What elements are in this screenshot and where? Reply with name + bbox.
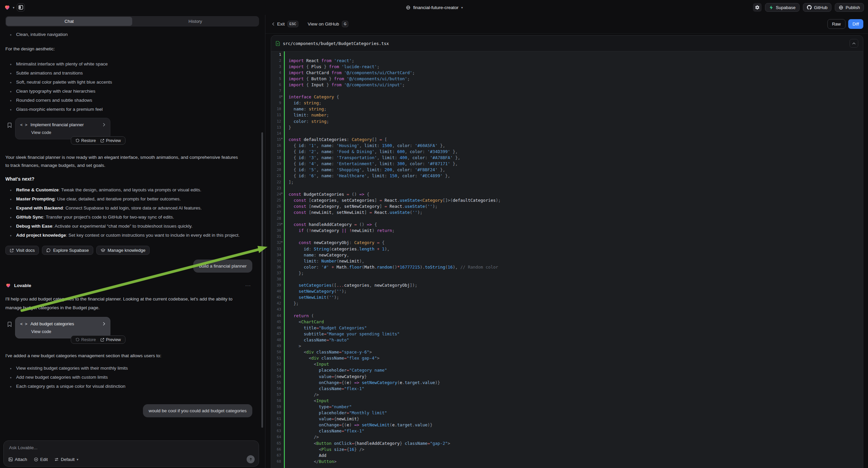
lovable-logo-heart-icon[interactable] bbox=[4, 4, 10, 10]
bookmark-icon[interactable] bbox=[7, 322, 12, 327]
code-line: 50 <div className="space-y-6"> bbox=[271, 349, 863, 355]
tab-history[interactable]: History bbox=[132, 17, 258, 26]
github-icon bbox=[807, 5, 812, 10]
preview-button[interactable]: Preview bbox=[100, 138, 121, 143]
mode-selector[interactable]: Default ▾ bbox=[54, 457, 78, 462]
file-header[interactable]: src/components/budget/BudgetCategories.t… bbox=[271, 36, 863, 51]
supabase-label: Supabase bbox=[776, 5, 796, 10]
mode-chevron-down-icon: ▾ bbox=[76, 458, 78, 461]
chevron-right-icon bbox=[103, 123, 105, 126]
exit-button[interactable]: Exit ESC bbox=[272, 21, 298, 27]
code-line: 3import { Plus } from 'lucide-react'; bbox=[271, 63, 863, 69]
chevron-up-icon bbox=[852, 42, 856, 45]
fold-caret-icon[interactable]: ▾ bbox=[281, 137, 284, 140]
code-line: 1 bbox=[271, 51, 863, 57]
code-line: 53 placeholder="Category name" bbox=[271, 367, 863, 373]
code-line: 36 color: '#' + Math.floor(Math.random()… bbox=[271, 264, 863, 270]
code-line: 58 <Input bbox=[271, 398, 863, 404]
code-editor[interactable]: 12import React from 'react';3import { Pl… bbox=[271, 51, 863, 468]
list-item: Clean, intuitive navigation bbox=[5, 32, 260, 38]
message-menu-icon[interactable]: ··· bbox=[245, 283, 251, 288]
diff-toggle-button[interactable]: Diff bbox=[848, 19, 863, 29]
chat-scroll-area[interactable]: Clean, intuitive navigation For the desi… bbox=[0, 30, 265, 438]
prompt-input[interactable]: Ask Lovable... bbox=[9, 445, 253, 450]
fold-caret-icon[interactable]: ▾ bbox=[281, 240, 284, 243]
attach-button[interactable]: Attach bbox=[8, 457, 27, 462]
code-line: 37 }; bbox=[271, 270, 863, 276]
edit-card-row: < > Add budget categories View code Rest… bbox=[7, 317, 260, 344]
code-line: 35 limit: Number(newLimit), bbox=[271, 258, 863, 264]
view-code-link[interactable]: View code bbox=[31, 130, 105, 135]
list-item: Master Prompting: Use clear, detailed, a… bbox=[5, 196, 260, 202]
code-line: 31 bbox=[271, 234, 863, 240]
view-on-github-button[interactable]: View on GitHub G bbox=[308, 21, 348, 27]
edit-card-row: < > Implement financial planner View cod… bbox=[7, 118, 260, 145]
list-item: GitHub Sync: Transfer your project's cod… bbox=[5, 214, 260, 220]
logo-chevron-down-icon[interactable]: ▾ bbox=[13, 6, 14, 9]
design-list: Minimalist interface with plenty of whit… bbox=[5, 61, 260, 113]
github-button[interactable]: GitHub bbox=[803, 3, 831, 12]
list-item: Refine & Customize: Tweak the design, an… bbox=[5, 187, 260, 193]
bookmark-icon[interactable] bbox=[7, 122, 12, 128]
collapse-file-button[interactable] bbox=[849, 39, 858, 48]
restore-label: Restore bbox=[81, 338, 96, 342]
code-line: 68 </Button> bbox=[271, 458, 863, 464]
chat-bubble-icon bbox=[46, 248, 51, 253]
settings-button[interactable] bbox=[753, 3, 762, 12]
explore-supabase-button[interactable]: Explore Supabase bbox=[42, 246, 93, 255]
code-line: 26 const [newCategory, setNewCategory] =… bbox=[271, 203, 863, 209]
preview-button[interactable]: Preview bbox=[100, 338, 121, 342]
mode-label: Default bbox=[61, 457, 74, 462]
fold-caret-icon[interactable]: ▾ bbox=[281, 192, 284, 195]
view-code-link[interactable]: View code bbox=[31, 329, 105, 334]
raw-toggle-button[interactable]: Raw bbox=[828, 19, 845, 29]
prompt-composer[interactable]: Ask Lovable... Attach Edit Default ▾ bbox=[3, 440, 259, 467]
code-line: 20 { id: '5', name: 'Shopping', limit: 2… bbox=[271, 167, 863, 173]
edit-card-title: Implement financial planner bbox=[31, 122, 100, 127]
lovable-heart-icon bbox=[5, 283, 11, 288]
sidebar-toggle-icon[interactable] bbox=[17, 3, 25, 11]
fold-caret-icon[interactable]: ▾ bbox=[281, 222, 284, 225]
fold-caret-icon[interactable]: ▾ bbox=[281, 95, 284, 98]
file-diff-card: src/components/budget/BudgetCategories.t… bbox=[271, 35, 863, 468]
project-name: financial-future-creator bbox=[413, 5, 458, 10]
assistant-name: Lovable bbox=[14, 283, 31, 288]
code-line: 44 return ( bbox=[271, 313, 863, 319]
list-item: Clean typography with clear hierarchies bbox=[5, 88, 260, 94]
gear-icon bbox=[755, 5, 760, 10]
code-line: 21 { id: '6', name: 'Healthcare', limit:… bbox=[271, 173, 863, 179]
send-button[interactable] bbox=[247, 455, 255, 463]
code-line: 40 setNewCategory(''); bbox=[271, 288, 863, 294]
project-switcher[interactable]: financial-future-creator ▾ bbox=[352, 0, 517, 15]
arrow-up-icon bbox=[249, 458, 253, 461]
target-icon bbox=[34, 457, 38, 462]
code-line: 27 const [newLimit, setNewLimit] = React… bbox=[271, 209, 863, 215]
tab-chat[interactable]: Chat bbox=[6, 17, 132, 26]
visit-docs-button[interactable]: Visit docs bbox=[5, 246, 39, 255]
manage-knowledge-button[interactable]: Manage knowledge bbox=[96, 246, 150, 255]
code-line: 4import ChartCard from '@/components/ui/… bbox=[271, 69, 863, 76]
code-line: 46 title="Budget Categories" bbox=[271, 325, 863, 331]
list-item: Subtle animations and transitions bbox=[5, 70, 260, 76]
code-line: 10 name: string; bbox=[271, 106, 863, 112]
code-line: 67 Add bbox=[271, 452, 863, 458]
restore-button-disabled[interactable]: Restore bbox=[75, 338, 96, 342]
supabase-button[interactable]: Supabase bbox=[765, 3, 800, 12]
code-line: 57 /> bbox=[271, 391, 863, 398]
code-line: 15▾const defaultCategories: Category[] =… bbox=[271, 136, 863, 142]
code-line: 9 id: string; bbox=[271, 100, 863, 106]
whats-next-heading: What's next? bbox=[5, 176, 260, 182]
code-line: 47 subtitle="Manage your spending limits… bbox=[271, 331, 863, 337]
list-item: Each category gets a unique color for vi… bbox=[5, 383, 260, 389]
code-line: 62 onChange={(e) => setNewLimit(e.target… bbox=[271, 422, 863, 428]
code-line: 65 <Button onClick={handleAddCategory} c… bbox=[271, 440, 863, 446]
publish-label: Publish bbox=[845, 5, 860, 10]
publish-button[interactable]: Publish bbox=[835, 3, 864, 12]
code-line: 5import { Button } from '@/components/ui… bbox=[271, 76, 863, 82]
code-line: 42 }; bbox=[271, 300, 863, 306]
chat-scrollbar[interactable] bbox=[261, 132, 263, 428]
restore-button[interactable]: Restore bbox=[75, 138, 96, 143]
edit-mode-button[interactable]: Edit bbox=[34, 457, 48, 462]
code-view-panel: Exit ESC View on GitHub G Raw Diff src/c… bbox=[265, 15, 868, 468]
whats-next-list: Refine & Customize: Tweak the design, an… bbox=[5, 187, 260, 238]
